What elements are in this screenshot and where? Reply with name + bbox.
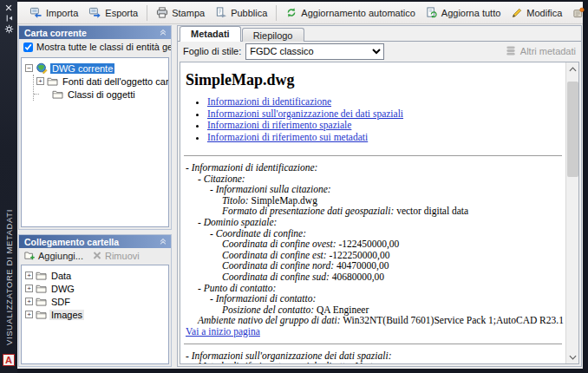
toolbar-button-label: Esporta [105,8,138,18]
folder-connect-panel: Collegamento cartella Aggiungi... Rimuov… [18,234,172,367]
stylesheet-row: Foglio di stile: FGDC classico Altri met… [178,42,581,61]
scroll-up-button[interactable] [566,62,579,75]
toolbar-button[interactable]: Importa [24,4,83,21]
toc-item: Informazioni di identificazione [207,96,564,108]
metadata-line: - Informazioni di identificazione: [184,162,564,173]
metadata-line: Titolo: SimpleMap.dwg [184,195,564,206]
metadata-line: - Informazioni di contatto: [184,293,564,304]
palette-title-bar: VISUALIZZATORE DI METADATI A [0,0,17,373]
toc-link[interactable]: Informazioni sull'organizzazione dei dat… [207,108,403,119]
document-toc: Informazioni di identificazioneInformazi… [207,96,564,143]
toolbar-button[interactable]: Aggiorna tutto [421,4,506,21]
metadata-label: - Citazione: [198,173,245,184]
tree-item-label[interactable]: Fonti dati dell'oggetto cartografico [61,76,169,87]
collapse-chevron-icon[interactable] [159,237,167,247]
metadata-label: Formato di presentazione dati geospazial… [222,206,394,216]
gear-icon[interactable] [0,23,17,34]
tree-item-label[interactable]: Images [49,310,84,320]
toolbar-button[interactable]: Crea modello [567,4,588,21]
tab-metadati[interactable]: Metadati [180,26,241,42]
toolbar-button[interactable]: Pubblica [210,4,272,21]
metadata-line: Metodo di riferimento spaziale diretto: … [184,361,564,363]
toolbar-button[interactable]: Modifica [506,4,567,21]
add-folder-icon [23,250,36,262]
metadata-value: 40680000,00 [330,272,384,282]
folder-icon [52,89,63,99]
expand-box-icon[interactable]: + [25,311,33,318]
tree-item-label[interactable]: Classi di oggetti [66,89,137,100]
remove-folder-button[interactable]: Rimuovi [92,251,140,262]
metadata-viewer-window: ImportaEsportaStampaPubblicaAggiornament… [17,2,583,369]
tree-item-label[interactable]: SDF [49,297,72,307]
stylesheet-label: Foglio di stile: [183,46,241,56]
metadata-line: Coordinata di confine nord: 40470000,00 [184,260,564,272]
expand-box-icon[interactable]: + [36,77,44,85]
tab-riepilogo[interactable]: Riepilogo [242,28,304,42]
autocad-logo: A [3,354,15,366]
tree-item[interactable]: +SDF [25,295,168,308]
scroll-down-button[interactable] [566,350,579,363]
current-map-tree: −DWG corrente+Fonti dati dell'oggetto ca… [21,57,169,227]
metadata-label: - Informazioni di contatto: [210,293,316,304]
toc-item: Informazioni sull'organizzazione dei dat… [207,108,564,121]
toolbar-button[interactable]: Aggiornamento automatico [280,4,420,21]
tree-item[interactable]: +Images [25,308,168,321]
document-scrollbar[interactable] [565,62,578,363]
section-divider [184,344,562,344]
tree-item-label[interactable]: Data [49,271,73,281]
pin-icon[interactable] [0,13,17,23]
metadata-label: Metodo di riferimento spaziale diretto: [198,361,353,363]
metadata-value: -122250000,00 [327,250,390,260]
metadata-label: - Coordinate di confine: [210,228,306,239]
back-to-top-link[interactable]: Vai a inizio pagina [186,326,260,337]
metadata-line: - Punto di contatto: [184,283,564,294]
metadata-line: - Citazione: [184,173,564,185]
metadata-line: Formato di presentazione dati geospazial… [184,206,564,217]
tree-item[interactable]: +Fonti dati dell'oggetto cartografico [34,75,168,88]
metadata-value: vector digital data [394,206,468,216]
refresh-all-icon [426,7,438,18]
metadata-value: SimpleMap.dwg [249,195,317,206]
tree-item[interactable]: +DWG [25,282,168,295]
toolbar-button-label: Modifica [526,8,562,18]
collapse-box-icon[interactable]: − [25,64,33,72]
toolbar-button-label: Pubblica [231,8,267,18]
expand-box-icon[interactable]: + [25,285,33,292]
folder-tree: +Data+DWG+SDF+Images [21,265,169,364]
current-map-panel-header: Carta corrente [19,26,171,39]
metadata-label: Coordinata di confine sud: [222,272,330,282]
stylesheet-select[interactable]: FGDC classico [245,43,384,60]
toc-link[interactable]: Informazioni di identificazione [207,96,331,107]
edit-icon [511,7,523,18]
tree-item[interactable]: −DWG corrente [25,62,168,75]
metadata-line: - Coordinate di confine: [184,228,564,239]
expand-box-icon[interactable]: + [25,298,33,305]
collapse-chevron-icon[interactable] [159,28,167,38]
folder-connect-panel-header: Collegamento cartella [19,235,171,248]
tree-item-label[interactable]: DWG [49,284,76,294]
toc-link[interactable]: Informazioni di riferimento sui metadati [207,132,368,142]
add-folder-button[interactable]: Aggiungi... [23,250,83,262]
close-icon[interactable] [0,3,17,13]
other-metadata-button[interactable]: Altri metadati [505,45,576,58]
current-map-panel: Carta corrente Mostra tutte le classi di… [18,25,172,230]
publish-icon [215,7,227,18]
export-icon [88,7,101,18]
metadata-label: - Dominio spaziale: [198,217,277,227]
main-toolbar: ImportaEsportaStampaPubblicaAggiornament… [17,2,583,24]
toc-item: Informazioni di riferimento spaziale [207,120,564,132]
expand-box-icon[interactable]: + [25,272,33,279]
tree-item[interactable]: Classi di oggetti [34,88,168,101]
current-map-panel-title: Carta corrente [24,28,87,38]
section-divider [184,155,562,156]
show-feature-classes-checkbox[interactable] [23,43,33,52]
scrollbar-thumb[interactable] [567,82,578,177]
toolbar-button[interactable]: Esporta [83,4,143,21]
metadata-line: Coordinata di confine sud: 40680000,00 [184,272,564,283]
tree-item-label[interactable]: DWG corrente [50,63,114,74]
toc-link[interactable]: Informazioni di riferimento spaziale [207,120,351,130]
toolbar-button[interactable]: Stampa [151,4,210,21]
metadata-label: Coordinata di confine est: [222,250,327,260]
metadata-value: QA Engineer [314,304,369,315]
tree-item[interactable]: +Data [25,269,168,282]
